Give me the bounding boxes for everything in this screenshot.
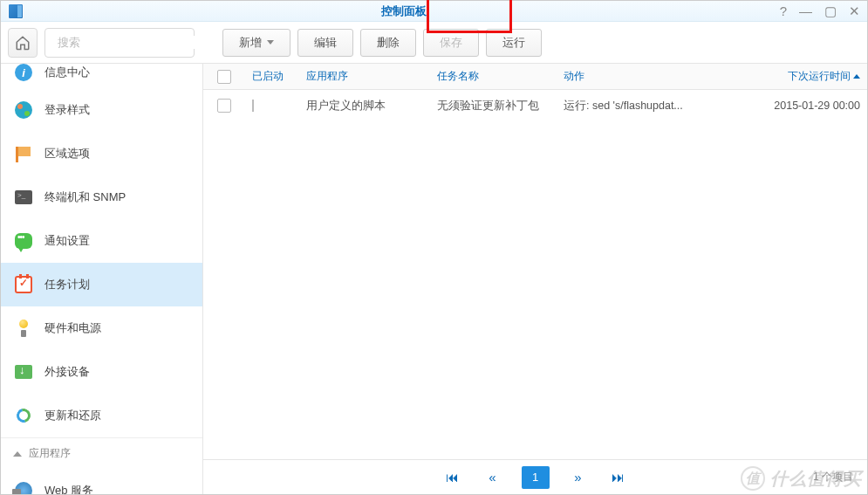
sidebar-item-login[interactable]: 登录样式: [1, 88, 202, 132]
sidebar: i 信息中心 登录样式 区域选项 终端机和 SNMP 通知设置 任务计划: [1, 64, 203, 494]
header-next-run[interactable]: 下次运行时间: [705, 69, 867, 84]
header-app[interactable]: 应用程序: [299, 69, 430, 84]
page-last-button[interactable]: ⏭: [607, 470, 630, 485]
row-task-cell: 无须验证更新补丁包: [430, 99, 557, 113]
sidebar-item-label: 更新和还原: [44, 408, 101, 423]
sidebar-item-label: 硬件和电源: [44, 320, 101, 336]
add-button[interactable]: 新增: [222, 29, 290, 57]
sidebar-item-hardware[interactable]: 硬件和电源: [1, 306, 202, 350]
search-box[interactable]: [44, 28, 195, 58]
header-task[interactable]: 任务名称: [430, 69, 557, 84]
app-icon: [8, 3, 24, 19]
sidebar-item-label: 信息中心: [44, 65, 90, 80]
sidebar-item-label: 终端机和 SNMP: [44, 189, 126, 205]
header-checkbox[interactable]: [203, 70, 245, 84]
sidebar-item-label: 外接设备: [44, 364, 90, 380]
window-title: 控制面板: [29, 3, 780, 19]
page-summary: 1 个项目: [813, 470, 853, 485]
header-action[interactable]: 动作: [557, 69, 705, 84]
home-icon: [15, 35, 31, 51]
search-input[interactable]: [58, 36, 204, 49]
sidebar-item-label: 通知设置: [44, 233, 90, 249]
sidebar-item-label: 区域选项: [44, 146, 90, 162]
enabled-checkbox[interactable]: [252, 100, 254, 112]
sidebar-item-notification[interactable]: 通知设置: [1, 219, 202, 263]
row-checkbox-cell: [203, 99, 245, 113]
dropdown-caret-icon: [267, 40, 274, 45]
page-next-button[interactable]: »: [567, 470, 590, 485]
sidebar-item-info[interactable]: i 信息中心: [1, 64, 202, 88]
titlebar: 控制面板 ? — ▢ ✕: [1, 1, 867, 22]
page-first-button[interactable]: ⏮: [441, 470, 464, 485]
sidebar-section-apps[interactable]: 应用程序: [1, 437, 202, 469]
chevron-up-icon: [13, 451, 22, 457]
table-header: 已启动 应用程序 任务名称 动作 下次运行时间: [203, 64, 867, 90]
main-area: i 信息中心 登录样式 区域选项 终端机和 SNMP 通知设置 任务计划: [1, 64, 867, 494]
sort-asc-icon: [853, 74, 860, 79]
table-row[interactable]: 用户定义的脚本 无须验证更新补丁包 运行: sed 's/flashupdat.…: [203, 90, 867, 121]
control-panel-window: 控制面板 ? — ▢ ✕ 新增 编辑 删除 保存 运行 i 信息中心: [0, 0, 868, 495]
terminal-icon: [13, 187, 34, 208]
help-icon[interactable]: ?: [780, 4, 787, 17]
content-area: 已启动 应用程序 任务名称 动作 下次运行时间 用户定义的脚本 无须验证更新补丁…: [203, 64, 867, 494]
close-icon[interactable]: ✕: [849, 4, 860, 17]
sidebar-item-web[interactable]: Web 服务: [1, 469, 202, 494]
row-app-cell: 用户定义的脚本: [299, 99, 430, 113]
edit-button[interactable]: 编辑: [297, 29, 353, 57]
row-enabled-cell: [245, 100, 299, 112]
sidebar-item-label: 登录样式: [44, 102, 90, 118]
row-next-cell: 2015-01-29 00:00: [705, 100, 867, 112]
sidebar-item-label: 任务计划: [44, 277, 90, 292]
flag-icon: [13, 143, 34, 164]
sidebar-item-task-scheduler[interactable]: 任务计划: [1, 263, 202, 306]
row-checkbox[interactable]: [217, 99, 231, 113]
run-button[interactable]: 运行: [486, 29, 542, 57]
row-action-cell: 运行: sed 's/flashupdat...: [557, 99, 705, 113]
calendar-check-icon: [13, 274, 34, 295]
window-controls: ? — ▢ ✕: [780, 4, 860, 17]
sidebar-section-label: 应用程序: [29, 446, 71, 461]
save-button: 保存: [423, 29, 479, 57]
bulb-icon: [13, 318, 34, 339]
header-enabled[interactable]: 已启动: [245, 69, 299, 84]
refresh-icon: [13, 405, 34, 426]
sidebar-item-update[interactable]: 更新和还原: [1, 394, 202, 437]
maximize-icon[interactable]: ▢: [824, 4, 837, 17]
sidebar-item-external[interactable]: 外接设备: [1, 350, 202, 394]
pagination: ⏮ « 1 » ⏭ 1 个项目: [203, 459, 867, 494]
home-button[interactable]: [8, 28, 38, 58]
table-body: 用户定义的脚本 无须验证更新补丁包 运行: sed 's/flashupdat.…: [203, 90, 867, 459]
info-icon: i: [13, 64, 34, 83]
top-row: 新增 编辑 删除 保存 运行: [1, 22, 867, 64]
delete-button[interactable]: 删除: [360, 29, 416, 57]
sidebar-item-terminal[interactable]: 终端机和 SNMP: [1, 175, 202, 219]
download-icon: [13, 361, 34, 382]
minimize-icon[interactable]: —: [799, 4, 812, 17]
globe-icon: [13, 480, 34, 494]
page-prev-button[interactable]: «: [482, 470, 504, 485]
sidebar-item-label: Web 服务: [44, 483, 93, 494]
page-current: 1: [522, 466, 550, 489]
chat-icon: [13, 230, 34, 251]
sidebar-item-region[interactable]: 区域选项: [1, 132, 202, 175]
palette-icon: [13, 100, 34, 120]
task-table: 已启动 应用程序 任务名称 动作 下次运行时间 用户定义的脚本 无须验证更新补丁…: [203, 64, 867, 494]
